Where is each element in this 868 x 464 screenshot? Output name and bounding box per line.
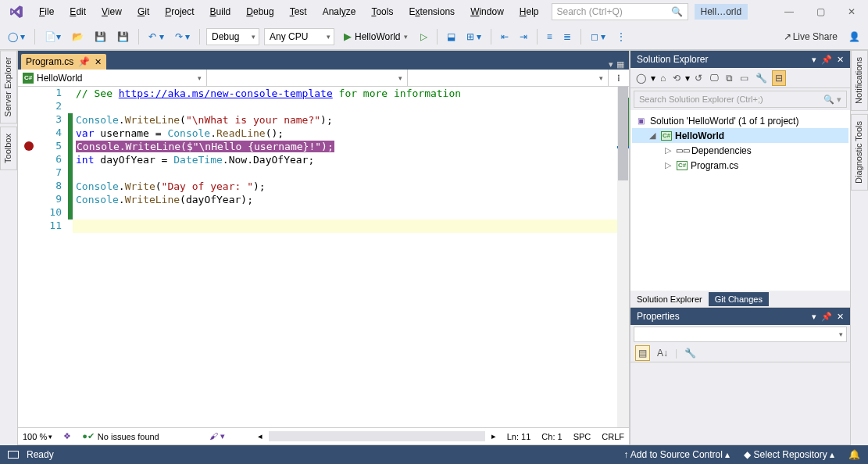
open-button[interactable]: 📂 xyxy=(69,29,87,45)
sidetab-diagnostics[interactable]: Diagnostic Tools xyxy=(851,114,868,191)
tb-icon-2[interactable]: ⊞ ▾ xyxy=(463,29,484,45)
tree-dependencies[interactable]: ▷ ▭▭ Dependencies xyxy=(632,143,848,158)
code-line[interactable] xyxy=(76,100,617,113)
comment-button[interactable]: ≡ xyxy=(544,29,555,45)
collapse-icon[interactable]: ◢ xyxy=(649,130,658,141)
line-indicator[interactable]: Ln: 11 xyxy=(507,432,531,441)
collapse-icon[interactable]: ▭ xyxy=(738,71,751,85)
save-all-button[interactable]: 💾 xyxy=(114,29,132,45)
add-source-control[interactable]: ↑ Add to Source Control ▴ xyxy=(623,449,730,460)
tree-file-program[interactable]: ▷ C# Program.cs xyxy=(632,158,848,173)
pin-icon[interactable]: 📌 xyxy=(78,56,90,67)
live-share-button[interactable]: ↗ Live Share xyxy=(780,29,841,45)
menu-analyze[interactable]: Analyze xyxy=(315,3,364,20)
tree-solution-root[interactable]: ▣ Solution 'HelloWorld' (1 of 1 project) xyxy=(632,113,848,128)
menu-tools[interactable]: Tools xyxy=(363,3,401,20)
minimize-button[interactable]: — xyxy=(776,2,802,21)
window-split-button[interactable]: ▦ xyxy=(616,59,624,70)
code-line[interactable] xyxy=(76,206,617,220)
indent-right-button[interactable]: ⇥ xyxy=(516,29,530,45)
back-icon[interactable]: ◯ xyxy=(634,71,648,85)
showall-icon[interactable]: ⧉ xyxy=(723,71,735,85)
sync-icon[interactable]: ⟲ xyxy=(670,71,683,85)
solution-explorer-search[interactable]: Search Solution Explorer (Ctrl+;) 🔍 ▾ xyxy=(634,91,847,108)
doc-tab-program[interactable]: Program.cs 📌 ✕ xyxy=(21,54,106,70)
tree-project[interactable]: ◢ C# HelloWorld xyxy=(632,128,848,143)
scrollbar-thumb[interactable] xyxy=(618,87,628,180)
menu-edit[interactable]: Edit xyxy=(62,3,94,20)
eol-mode[interactable]: CRLF xyxy=(602,432,624,441)
menu-build[interactable]: Build xyxy=(202,3,239,20)
expand-icon[interactable]: ▷ xyxy=(665,145,673,155)
code-line[interactable]: var username = Console.ReadLine(); xyxy=(76,127,617,140)
pin-icon[interactable]: 📌 xyxy=(821,55,832,65)
run-button[interactable]: ▶ HelloWorld ▾ xyxy=(339,29,412,44)
nav-project-combo[interactable]: C# HelloWorld ▾ xyxy=(18,70,207,86)
back-button[interactable]: ◯ ▾ xyxy=(5,29,28,45)
redo-button[interactable]: ↷ ▾ xyxy=(172,29,193,45)
config-combo[interactable]: Debug xyxy=(206,28,259,45)
char-indicator[interactable]: Ch: 1 xyxy=(541,432,562,441)
code-line[interactable]: // See https://aka.ms/new-console-templa… xyxy=(76,87,617,100)
bell-icon[interactable]: 🔔 xyxy=(848,449,860,460)
undo-button[interactable]: ↶ ▾ xyxy=(145,29,166,45)
code-line[interactable] xyxy=(76,166,617,180)
menu-view[interactable]: View xyxy=(94,3,130,20)
panel-menu-icon[interactable]: ▾ xyxy=(812,312,816,322)
properties-object-combo[interactable]: ▾ xyxy=(634,327,847,342)
insert-mode[interactable]: SPC xyxy=(573,432,591,441)
uncomment-button[interactable]: ≣ xyxy=(560,29,574,45)
code-editor[interactable]: 1234567891011 // See https://aka.ms/new-… xyxy=(18,87,629,427)
close-panel-icon[interactable]: ✕ xyxy=(837,55,844,65)
history-icon[interactable]: ↺ xyxy=(692,71,705,85)
menu-project[interactable]: Project xyxy=(157,3,202,20)
menu-file[interactable]: File xyxy=(31,3,62,20)
search-box[interactable]: Search (Ctrl+Q) 🔍 xyxy=(552,3,688,20)
code-line[interactable]: Console.WriteLine(dayOfYear); xyxy=(76,193,617,206)
tb-icon-3[interactable]: ⋮ xyxy=(613,29,629,45)
code-line[interactable]: Console.WriteLine($"\nHello {username}!"… xyxy=(76,140,617,153)
breakpoint-gutter[interactable] xyxy=(18,87,40,427)
properties-icon[interactable]: 🔧 xyxy=(753,71,770,85)
active-files-button[interactable]: ▾ xyxy=(609,59,613,70)
menu-test[interactable]: Test xyxy=(282,3,315,20)
wrench-icon[interactable]: 🔧 xyxy=(682,346,698,360)
status-icon[interactable] xyxy=(8,451,19,459)
code-line[interactable]: Console.WriteLine("\nWhat is your name?"… xyxy=(76,113,617,127)
horizontal-scroll[interactable]: ◂▸ xyxy=(258,431,496,441)
breakpoint-icon[interactable] xyxy=(24,141,34,151)
pin-icon[interactable]: 📌 xyxy=(821,312,832,322)
expand-icon[interactable]: ▷ xyxy=(665,160,673,170)
close-panel-icon[interactable]: ✕ xyxy=(837,312,844,322)
maximize-button[interactable]: ▢ xyxy=(807,2,834,21)
code-lines[interactable]: // See https://aka.ms/new-console-templa… xyxy=(73,87,617,427)
menu-extensions[interactable]: Extensions xyxy=(401,3,463,20)
tab-git-changes[interactable]: Git Changes xyxy=(709,292,769,306)
sidetab-toolbox[interactable]: Toolbox xyxy=(0,127,17,170)
zoom-combo[interactable]: 100 % ▾ xyxy=(23,432,52,441)
nav-type-combo[interactable]: ▾ xyxy=(207,70,408,86)
sidetab-server-explorer[interactable]: Server Explorer xyxy=(0,50,17,123)
solution-name[interactable]: Hell…orld xyxy=(695,4,748,20)
code-line[interactable]: int dayOfYear = DateTime.Now.DayOfYear; xyxy=(76,153,617,166)
brush-icon[interactable]: 🖌 ▾ xyxy=(209,431,225,441)
sidetab-notifications[interactable]: Notifications xyxy=(851,50,868,111)
code-line[interactable]: Console.Write("Day of year: "); xyxy=(76,180,617,193)
refresh-icon[interactable]: 🖵 xyxy=(707,71,721,85)
menu-git[interactable]: Git xyxy=(130,3,157,20)
issues-status[interactable]: ●✔ No issues found xyxy=(82,431,159,441)
feedback-button[interactable]: 👤 xyxy=(845,29,863,45)
nav-split-button[interactable]: ⁞ xyxy=(609,70,629,86)
indent-left-button[interactable]: ⇤ xyxy=(498,29,512,45)
save-button[interactable]: 💾 xyxy=(91,29,109,45)
bookmark-button[interactable]: ◻ ▾ xyxy=(588,29,609,45)
categorized-icon[interactable]: ▤ xyxy=(635,345,650,361)
run-noDebug-button[interactable]: ▷ xyxy=(417,29,430,45)
close-tab-icon[interactable]: ✕ xyxy=(95,57,102,67)
close-button[interactable]: ✕ xyxy=(838,2,865,21)
nav-member-combo[interactable]: ▾ xyxy=(408,70,609,86)
sort-icon[interactable]: A↓ xyxy=(655,346,670,360)
new-item-button[interactable]: 📄▾ xyxy=(41,29,64,45)
menu-help[interactable]: Help xyxy=(512,3,547,20)
vertical-scrollbar[interactable] xyxy=(617,87,629,427)
